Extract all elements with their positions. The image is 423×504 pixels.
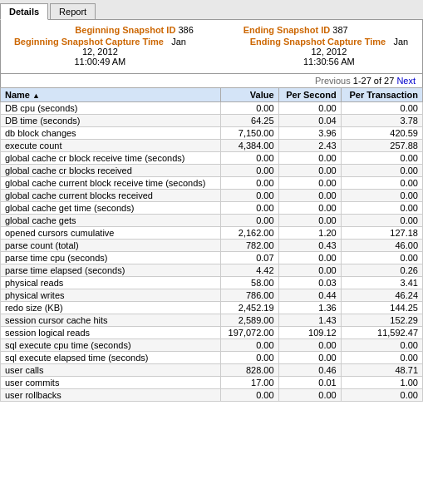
sort-arrow-icon[interactable]: ▲ bbox=[32, 91, 40, 100]
tab-details[interactable]: Details bbox=[0, 3, 48, 20]
ending-snapshot-value: 387 bbox=[332, 25, 347, 35]
cell-value: 0.00 bbox=[221, 352, 278, 364]
cell-per-second: 0.04 bbox=[278, 115, 341, 127]
cell-value: 197,072.00 bbox=[221, 327, 278, 339]
cell-value: 58.00 bbox=[221, 277, 278, 289]
col-header-per-second: Per Second bbox=[278, 88, 341, 102]
cell-name: sql execute cpu time (seconds) bbox=[1, 339, 221, 352]
cell-per-transaction: 0.00 bbox=[341, 252, 422, 264]
ending-snapshot: Ending Snapshot ID 387 bbox=[243, 25, 348, 35]
cell-per-transaction: 0.00 bbox=[341, 215, 422, 227]
cell-value: 0.00 bbox=[221, 102, 278, 115]
tab-bar: Details Report bbox=[0, 0, 423, 20]
tab-report[interactable]: Report bbox=[50, 3, 96, 19]
cell-name: global cache get time (seconds) bbox=[1, 202, 221, 215]
cell-per-second: 0.00 bbox=[278, 352, 341, 364]
cell-value: 2,162.00 bbox=[221, 227, 278, 240]
cell-per-second: 0.03 bbox=[278, 277, 341, 289]
cell-name: global cache cr blocks received bbox=[1, 165, 221, 177]
cell-name: opened cursors cumulative bbox=[1, 227, 221, 240]
cell-value: 4.42 bbox=[221, 264, 278, 277]
cell-per-transaction: 46.00 bbox=[341, 240, 422, 252]
cell-per-second: 0.46 bbox=[278, 364, 341, 377]
table-row: global cache cr blocks received0.000.000… bbox=[1, 165, 423, 177]
cell-name: db block changes bbox=[1, 127, 221, 140]
cell-name: parse time elapsed (seconds) bbox=[1, 264, 221, 277]
cell-per-second: 0.43 bbox=[278, 240, 341, 252]
table-row: session logical reads197,072.00109.1211,… bbox=[1, 327, 423, 339]
cell-per-second: 0.00 bbox=[278, 339, 341, 352]
cell-per-transaction: 0.00 bbox=[341, 339, 422, 352]
cell-per-second: 0.00 bbox=[278, 190, 341, 202]
col-header-value: Value bbox=[221, 88, 278, 102]
cell-per-transaction: 1.00 bbox=[341, 377, 422, 389]
cell-per-second: 1.36 bbox=[278, 302, 341, 314]
table-row: parse time cpu (seconds)0.070.000.00 bbox=[1, 252, 423, 264]
cell-per-second: 0.00 bbox=[278, 102, 341, 115]
cell-per-second: 0.00 bbox=[278, 389, 341, 402]
cell-name: user commits bbox=[1, 377, 221, 389]
table-row: opened cursors cumulative2,162.001.20127… bbox=[1, 227, 423, 240]
table-row: session cursor cache hits2,589.001.43152… bbox=[1, 314, 423, 327]
cell-per-transaction: 0.00 bbox=[341, 190, 422, 202]
cell-value: 0.00 bbox=[221, 389, 278, 402]
cell-name: parse count (total) bbox=[1, 240, 221, 252]
cell-per-transaction: 420.59 bbox=[341, 127, 422, 140]
cell-per-transaction: 0.00 bbox=[341, 152, 422, 165]
cell-per-transaction: 3.78 bbox=[341, 115, 422, 127]
cell-per-second: 3.96 bbox=[278, 127, 341, 140]
cell-per-transaction: 0.00 bbox=[341, 202, 422, 215]
ending-capture-label: Ending Snapshot Capture Time bbox=[250, 37, 386, 47]
cell-name: global cache cr block receive time (seco… bbox=[1, 152, 221, 165]
cell-per-second: 0.00 bbox=[278, 264, 341, 277]
cell-name: DB cpu (seconds) bbox=[1, 102, 221, 115]
table-row: global cache get time (seconds)0.000.000… bbox=[1, 202, 423, 215]
cell-value: 782.00 bbox=[221, 240, 278, 252]
cell-per-second: 109.12 bbox=[278, 327, 341, 339]
cell-name: DB time (seconds) bbox=[1, 115, 221, 127]
cell-value: 0.07 bbox=[221, 252, 278, 264]
cell-name: execute count bbox=[1, 140, 221, 152]
cell-value: 64.25 bbox=[221, 115, 278, 127]
cell-per-transaction: 257.88 bbox=[341, 140, 422, 152]
ending-capture: Ending Snapshot Capture Time Jan 12, 201… bbox=[243, 37, 416, 67]
next-link[interactable]: Next bbox=[396, 76, 416, 86]
cell-per-transaction: 3.41 bbox=[341, 277, 422, 289]
table-row: physical writes786.000.4446.24 bbox=[1, 289, 423, 302]
header-section: Beginning Snapshot ID 386 Ending Snapsho… bbox=[0, 20, 423, 74]
table-row: parse time elapsed (seconds)4.420.000.26 bbox=[1, 264, 423, 277]
beginning-snapshot-value: 386 bbox=[178, 25, 193, 35]
table-row: DB time (seconds)64.250.043.78 bbox=[1, 115, 423, 127]
table-row: global cache cr block receive time (seco… bbox=[1, 152, 423, 165]
cell-per-second: 0.00 bbox=[278, 252, 341, 264]
cell-value: 0.00 bbox=[221, 339, 278, 352]
cell-value: 17.00 bbox=[221, 377, 278, 389]
table-row: user calls828.000.4648.71 bbox=[1, 364, 423, 377]
table-row: execute count4,384.002.43257.88 bbox=[1, 140, 423, 152]
cell-per-transaction: 0.26 bbox=[341, 264, 422, 277]
cell-name: global cache current block receive time … bbox=[1, 177, 221, 190]
cell-name: session cursor cache hits bbox=[1, 314, 221, 327]
cell-per-transaction: 0.00 bbox=[341, 102, 422, 115]
cell-per-transaction: 127.18 bbox=[341, 227, 422, 240]
table-row: user rollbacks0.000.000.00 bbox=[1, 389, 423, 402]
cell-per-transaction: 0.00 bbox=[341, 352, 422, 364]
cell-value: 0.00 bbox=[221, 177, 278, 190]
cell-value: 4,384.00 bbox=[221, 140, 278, 152]
cell-per-second: 0.00 bbox=[278, 152, 341, 165]
table-row: sql execute elapsed time (seconds)0.000.… bbox=[1, 352, 423, 364]
table-row: sql execute cpu time (seconds)0.000.000.… bbox=[1, 339, 423, 352]
cell-per-transaction: 152.29 bbox=[341, 314, 422, 327]
table-header-row: Name ▲ Value Per Second Per Transaction bbox=[1, 88, 423, 102]
table-row: db block changes7,150.003.96420.59 bbox=[1, 127, 423, 140]
cell-per-second: 1.43 bbox=[278, 314, 341, 327]
cell-value: 0.00 bbox=[221, 152, 278, 165]
pagination-bar: Previous 1-27 of 27 Next bbox=[0, 74, 423, 87]
cell-per-second: 0.01 bbox=[278, 377, 341, 389]
cell-per-second: 0.00 bbox=[278, 165, 341, 177]
cell-name: global cache current blocks received bbox=[1, 190, 221, 202]
cell-per-transaction: 0.00 bbox=[341, 165, 422, 177]
ending-snapshot-label: Ending Snapshot ID bbox=[243, 25, 331, 35]
previous-link[interactable]: Previous bbox=[315, 76, 351, 86]
table-row: global cache current blocks received0.00… bbox=[1, 190, 423, 202]
